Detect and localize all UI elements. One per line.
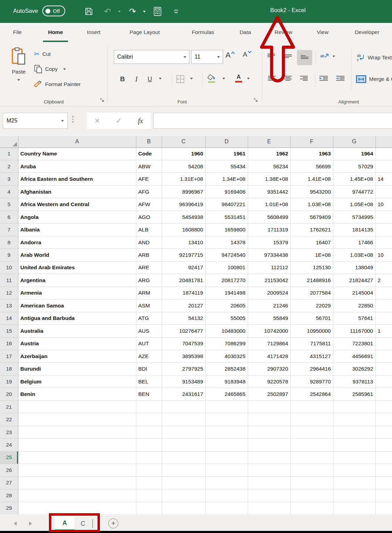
row-header-8[interactable]: 8 xyxy=(0,236,18,248)
cell[interactable] xyxy=(18,413,136,426)
cell[interactable]: 21246 xyxy=(248,299,290,312)
enter-check-icon[interactable]: ✓ xyxy=(116,117,122,125)
cell[interactable]: 15379 xyxy=(248,236,290,248)
cell[interactable]: 4315127 xyxy=(290,350,333,363)
cell[interactable] xyxy=(375,476,392,489)
cell[interactable]: 1.05E+08 xyxy=(333,198,375,211)
cell[interactable]: 138049 xyxy=(333,261,375,274)
cell[interactable]: ALB xyxy=(136,223,162,236)
cell[interactable] xyxy=(375,426,392,438)
font-color-dropdown[interactable] xyxy=(247,78,250,79)
cell[interactable]: 9378113 xyxy=(333,375,375,388)
cell[interactable]: 55005 xyxy=(205,312,248,324)
cell[interactable]: 92197715 xyxy=(162,249,205,261)
column-header-partial[interactable] xyxy=(375,136,392,147)
row-header-15[interactable]: 15 xyxy=(0,325,18,337)
cell[interactable]: 55434 xyxy=(205,160,248,172)
cell[interactable]: 5679409 xyxy=(290,211,333,223)
tab-developer[interactable]: Developer xyxy=(355,29,380,35)
sheet-nav-right-icon[interactable] xyxy=(29,522,32,526)
cell[interactable]: 22850 xyxy=(333,299,375,312)
cell[interactable]: 1608800 xyxy=(162,223,205,236)
cell[interactable]: AZE xyxy=(136,350,162,363)
cell[interactable]: 1.01E+08 xyxy=(248,198,290,211)
cut-button[interactable]: ✂ Cut xyxy=(34,50,51,58)
cell[interactable]: Argentina xyxy=(18,274,136,287)
row-header-6[interactable]: 6 xyxy=(0,211,18,223)
tab-file[interactable]: File xyxy=(13,29,22,35)
cell[interactable]: 1659800 xyxy=(205,223,248,236)
cell[interactable]: 21153042 xyxy=(248,274,290,287)
name-box[interactable]: M25 xyxy=(3,113,68,129)
cell[interactable]: 10 xyxy=(375,249,392,261)
cell[interactable] xyxy=(162,489,205,502)
cell[interactable]: 10276477 xyxy=(162,325,205,337)
cell[interactable]: 2145004 xyxy=(333,287,375,299)
row-header-1[interactable]: 1 xyxy=(0,147,18,160)
cell[interactable] xyxy=(375,451,392,464)
cell[interactable] xyxy=(136,439,162,451)
cell[interactable]: 1.45E+08 xyxy=(333,173,375,185)
tab-home[interactable]: Home xyxy=(48,29,63,35)
orientation-dropdown[interactable] xyxy=(332,56,335,57)
cell[interactable]: 7223801 xyxy=(333,337,375,350)
column-header-D[interactable]: D xyxy=(205,136,248,147)
cell[interactable]: 16407 xyxy=(290,236,333,248)
row-header-17[interactable]: 17 xyxy=(0,350,18,363)
paste-button[interactable]: Paste xyxy=(3,44,34,96)
cell[interactable] xyxy=(248,426,290,438)
cell[interactable] xyxy=(375,413,392,426)
cell[interactable]: ATG xyxy=(136,312,162,324)
cell[interactable] xyxy=(333,502,375,514)
cell[interactable]: AND xyxy=(136,236,162,248)
wrap-text-button[interactable]: abc Wrap Text xyxy=(357,53,392,62)
cell[interactable]: 2852438 xyxy=(205,363,248,375)
increase-font-size-button[interactable]: A xyxy=(225,51,235,60)
cell[interactable]: 9744772 xyxy=(333,185,375,198)
cell[interactable] xyxy=(333,464,375,476)
quick-calc-button[interactable] xyxy=(154,0,161,23)
cell[interactable]: 97334438 xyxy=(248,249,290,261)
cell[interactable] xyxy=(248,400,290,413)
cell[interactable] xyxy=(136,489,162,502)
cell[interactable] xyxy=(333,426,375,438)
row-header-14[interactable]: 14 xyxy=(0,312,18,324)
column-header-E[interactable]: E xyxy=(248,136,290,147)
cell[interactable]: 2585961 xyxy=(333,388,375,400)
cell[interactable] xyxy=(136,413,162,426)
row-header-19[interactable]: 19 xyxy=(0,375,18,388)
cell[interactable] xyxy=(333,400,375,413)
cell[interactable]: 9351442 xyxy=(248,185,290,198)
cell[interactable]: Arab World xyxy=(18,249,136,261)
cell[interactable] xyxy=(162,451,205,464)
row-header-5[interactable]: 5 xyxy=(0,198,18,211)
tab-page-layout[interactable]: Page Layout xyxy=(129,29,160,35)
cell[interactable] xyxy=(248,413,290,426)
cell[interactable]: 5608499 xyxy=(248,211,290,223)
borders-button[interactable] xyxy=(176,75,185,83)
cell[interactable]: 1960 xyxy=(162,147,205,160)
cell[interactable] xyxy=(18,400,136,413)
customize-qat-button[interactable] xyxy=(173,0,179,23)
cell[interactable]: 92417 xyxy=(162,261,205,274)
cell[interactable] xyxy=(333,439,375,451)
cell[interactable]: 2964416 xyxy=(290,363,333,375)
row-header-27[interactable]: 27 xyxy=(0,476,18,489)
cell[interactable] xyxy=(205,476,248,489)
cell[interactable]: Australia xyxy=(18,325,136,337)
cell[interactable]: 2465865 xyxy=(205,388,248,400)
tab-data[interactable]: Data xyxy=(240,29,251,35)
merge-center-button[interactable]: Merge & Center xyxy=(356,75,392,83)
cell[interactable] xyxy=(290,502,333,514)
cell[interactable]: 14378 xyxy=(205,236,248,248)
column-header-B[interactable]: B xyxy=(136,136,162,147)
cell[interactable]: 2431617 xyxy=(162,388,205,400)
italic-button[interactable]: I xyxy=(132,73,141,85)
align-left-button[interactable] xyxy=(268,76,276,81)
tab-formulas[interactable]: Formulas xyxy=(192,29,214,35)
cell[interactable]: 2077584 xyxy=(290,287,333,299)
cell[interactable] xyxy=(375,350,392,363)
cell[interactable] xyxy=(375,489,392,502)
cell[interactable]: 96396419 xyxy=(162,198,205,211)
cell[interactable] xyxy=(375,287,392,299)
